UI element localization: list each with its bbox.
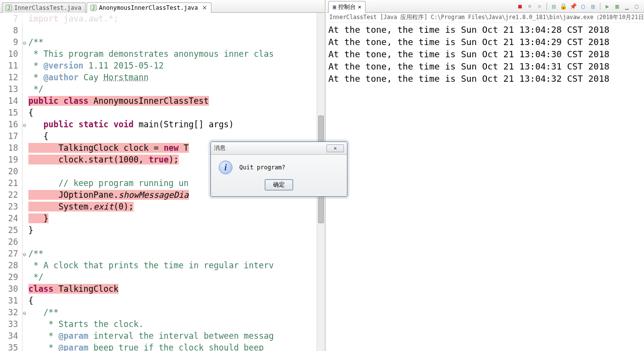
toolbar-separator: │ bbox=[598, 3, 602, 10]
java-file-icon: J bbox=[5, 4, 12, 11]
terminate-all-icon[interactable]: ✖ bbox=[526, 2, 534, 11]
fold-icon bbox=[23, 189, 26, 201]
line-number: 34 bbox=[0, 330, 23, 342]
editor-tab[interactable]: JAnonymousInnerClassTest.java✕ bbox=[87, 2, 211, 13]
code-line[interactable]: 10 * This program demonstrates anonymous… bbox=[0, 48, 325, 60]
fold-icon bbox=[23, 330, 26, 342]
line-number: 15 bbox=[0, 107, 23, 118]
fold-icon[interactable]: ⊖ bbox=[23, 118, 26, 130]
line-number: 31 bbox=[0, 295, 23, 306]
code-line[interactable]: 33 * Starts the clock. bbox=[0, 318, 325, 330]
fold-icon bbox=[23, 71, 26, 83]
code-content: System.exit(0); bbox=[26, 201, 325, 212]
dialog-titlebar[interactable]: 消息 ✕ bbox=[211, 142, 347, 155]
code-content: { bbox=[26, 295, 325, 306]
code-content: */ bbox=[26, 83, 325, 95]
fold-icon bbox=[23, 48, 26, 60]
line-number: 33 bbox=[0, 318, 23, 330]
terminate-icon[interactable]: ■ bbox=[516, 2, 525, 11]
code-line[interactable]: 13 */ bbox=[0, 83, 325, 95]
code-line[interactable]: 32⊖ /** bbox=[0, 306, 325, 318]
code-line[interactable]: 11 * @version 1.11 2015-05-12 bbox=[0, 60, 325, 71]
console-toolbar: ■✖⊗│▤🔒📌▢▥│▶▦▁▢ bbox=[516, 2, 644, 11]
console-tab[interactable]: ▣ 控制台 ✕ bbox=[328, 1, 366, 13]
code-content: import java.awt.*; bbox=[26, 13, 325, 24]
console-output[interactable]: At the tone, the time is Sun Oct 21 13:0… bbox=[326, 23, 644, 86]
show-console-icon[interactable]: ▥ bbox=[589, 2, 598, 11]
code-content: /** bbox=[26, 36, 325, 48]
remove-launch-icon[interactable]: ⊗ bbox=[535, 2, 544, 11]
editor-tab-label: InnerClassTest.java bbox=[14, 4, 81, 11]
console-line: At the tone, the time is Sun Oct 21 13:0… bbox=[328, 72, 642, 85]
code-line[interactable]: 14public class AnonymousInnerClassTest bbox=[0, 95, 325, 107]
dialog-close-button[interactable]: ✕ bbox=[326, 144, 344, 152]
line-number: 29 bbox=[0, 271, 23, 283]
svg-text:J: J bbox=[8, 5, 10, 11]
console-pane: ▣ 控制台 ✕ ■✖⊗│▤🔒📌▢▥│▶▦▁▢ InnerClassTest [J… bbox=[326, 0, 644, 351]
close-icon[interactable]: ✕ bbox=[358, 3, 361, 10]
fold-icon bbox=[23, 236, 26, 248]
line-number: 17 bbox=[0, 130, 23, 142]
code-content: * Starts the clock. bbox=[26, 318, 325, 330]
code-line[interactable]: 26 bbox=[0, 236, 325, 248]
fold-icon bbox=[23, 165, 26, 177]
code-line[interactable]: 28 * A clock that prints the time in reg… bbox=[0, 259, 325, 271]
pin-console-icon[interactable]: 📌 bbox=[569, 2, 578, 11]
code-line[interactable]: 29 */ bbox=[0, 271, 325, 283]
code-line[interactable]: 12 * @author Cay Horstmann bbox=[0, 71, 325, 83]
max-icon[interactable]: ▢ bbox=[632, 2, 641, 11]
code-line[interactable]: 25} bbox=[0, 224, 325, 236]
line-number: 24 bbox=[0, 212, 23, 224]
line-number: 23 bbox=[0, 201, 23, 212]
line-number: 18 bbox=[0, 142, 23, 154]
code-line[interactable]: 24 } bbox=[0, 212, 325, 224]
dialog-message: Quit program? bbox=[239, 164, 285, 171]
code-content: * @author Cay Horstmann bbox=[26, 71, 325, 83]
console-launch-info: InnerClassTest [Java 应用程序] C:\Program Fi… bbox=[326, 13, 644, 23]
fold-icon bbox=[23, 342, 26, 351]
line-number: 21 bbox=[0, 177, 23, 189]
code-line[interactable]: 8 bbox=[0, 24, 325, 36]
min-icon[interactable]: ▁ bbox=[622, 2, 631, 11]
word-wrap-icon[interactable]: ▢ bbox=[579, 2, 588, 11]
code-line[interactable]: 27⊖/** bbox=[0, 248, 325, 259]
code-line[interactable]: 35 * @param beep true if the clock shoul… bbox=[0, 342, 325, 351]
code-content: public class AnonymousInnerClassTest bbox=[26, 95, 325, 107]
fold-icon bbox=[23, 95, 26, 107]
code-content: * @version 1.11 2015-05-12 bbox=[26, 60, 325, 71]
clear-console-icon[interactable]: ▤ bbox=[550, 2, 558, 11]
code-line[interactable]: 30class TalkingClock bbox=[0, 283, 325, 295]
line-number: 13 bbox=[0, 83, 23, 95]
fold-icon[interactable]: ⊖ bbox=[23, 248, 26, 259]
open-console-icon[interactable]: ▦ bbox=[613, 2, 621, 11]
line-number: 27 bbox=[0, 248, 23, 259]
line-number: 8 bbox=[0, 24, 23, 36]
message-dialog: 消息 ✕ i Quit program? 确定 bbox=[210, 141, 347, 197]
line-number: 7 bbox=[0, 13, 23, 24]
code-content: * A clock that prints the time in regula… bbox=[26, 259, 325, 271]
code-line[interactable]: 16⊖ public static void main(String[] arg… bbox=[0, 118, 325, 130]
fold-icon bbox=[23, 13, 26, 24]
dialog-ok-button[interactable]: 确定 bbox=[265, 179, 293, 190]
close-icon[interactable]: ✕ bbox=[202, 4, 207, 11]
code-line[interactable]: 9⊖/** bbox=[0, 36, 325, 48]
display-selected-icon[interactable]: ▶ bbox=[603, 2, 612, 11]
line-number: 20 bbox=[0, 165, 23, 177]
code-line[interactable]: 17 { bbox=[0, 130, 325, 142]
fold-icon bbox=[23, 295, 26, 306]
code-line[interactable]: 31{ bbox=[0, 295, 325, 306]
fold-icon[interactable]: ⊖ bbox=[23, 36, 26, 48]
code-line[interactable]: 15{ bbox=[0, 107, 325, 118]
code-line[interactable]: 34 * @param interval the interval betwee… bbox=[0, 330, 325, 342]
fold-icon bbox=[23, 60, 26, 71]
code-content bbox=[26, 236, 325, 248]
fold-icon[interactable]: ⊖ bbox=[23, 306, 26, 318]
code-line[interactable]: 23 System.exit(0); bbox=[0, 201, 325, 212]
console-line: At the tone, the time is Sun Oct 21 13:0… bbox=[328, 36, 642, 48]
console-tabs: ▣ 控制台 ✕ ■✖⊗│▤🔒📌▢▥│▶▦▁▢ bbox=[326, 0, 644, 13]
scroll-lock-icon[interactable]: 🔒 bbox=[559, 2, 568, 11]
editor-tab[interactable]: JInnerClassTest.java bbox=[2, 2, 86, 13]
code-line[interactable]: 7import java.awt.*; bbox=[0, 13, 325, 24]
java-file-icon: J bbox=[90, 4, 97, 11]
line-number: 30 bbox=[0, 283, 23, 295]
